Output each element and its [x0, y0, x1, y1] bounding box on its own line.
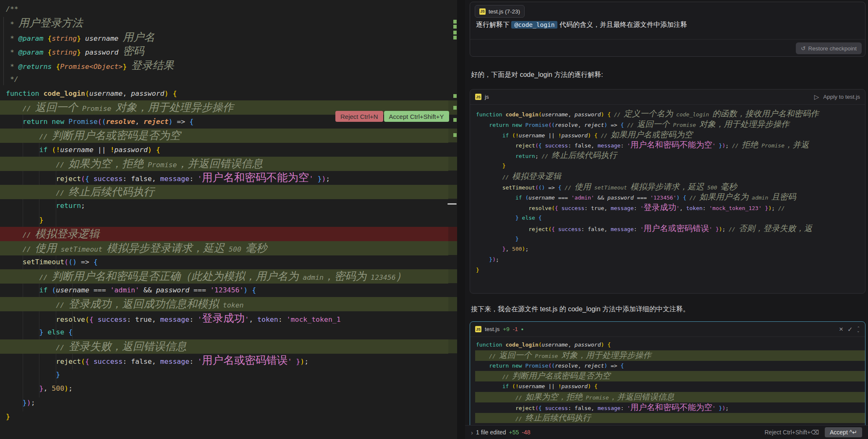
code-line: } [470, 265, 865, 276]
user-message-text: 逐行解释下 @code_login 代码的含义，并且最终在源文件中添加注释 [476, 21, 687, 29]
code-line: function code_login(username, password) … [0, 87, 448, 101]
code-line: resolve({ success: true, message: '登录成功'… [470, 202, 865, 213]
code-line: } else { [470, 213, 865, 223]
diff-marker [453, 133, 457, 137]
message-prefix: 逐行解释下 [476, 21, 511, 28]
js-file-icon: JS [479, 8, 486, 15]
code-line: }); [470, 255, 865, 265]
code-editor[interactable]: /** * 用户登录方法 * @param {string} username … [0, 0, 457, 439]
expand-files-chevron[interactable]: › [471, 429, 473, 436]
ruler-band [448, 227, 457, 241]
diff-marker [453, 106, 457, 110]
code-line: setTimeout(() => { // 使用 setTimeout 模拟异步… [470, 182, 865, 192]
expand-collapse-icon[interactable]: ⌃⌃ [857, 327, 860, 332]
code-line: function code_login(username, password) … [470, 109, 865, 119]
code-line: // 模拟登录逻辑 [470, 171, 865, 182]
code-line: reject({ success: false, message: '用户名和密… [470, 140, 865, 150]
ruler-band [448, 241, 457, 255]
code-line: return; // 终止后续代码执行 [470, 150, 865, 161]
restore-icon: ↺ [801, 45, 805, 52]
diff-block-body: function code_login(username, password) … [470, 337, 865, 439]
editor-lines: /** * 用户登录方法 * @param {string} username … [0, 2, 448, 439]
code-line: // 判断用户名或密码是否为空 [470, 371, 865, 381]
code-block-explanation: JS js ▷ Apply to test.js function code_l… [470, 89, 865, 294]
code-line: if (username === 'admin' && password ===… [470, 192, 865, 202]
code-line: // 如果为空，拒绝 Promise，并返回错误信息 [470, 392, 865, 402]
accept-diff-button[interactable]: Accept Ctrl+Shift+Y [384, 111, 449, 122]
code-line: */ [0, 72, 448, 87]
code-line: } [0, 410, 448, 424]
code-line: reject({ success: false, message: '用户名和密… [0, 171, 448, 185]
scrollbar-handle[interactable] [447, 203, 457, 205]
diff-marker [453, 94, 457, 98]
message-suffix: 代码的含义，并且最终在源文件中添加注释 [557, 21, 687, 28]
code-line: } [0, 368, 448, 382]
modified-dot: • [521, 326, 523, 333]
code-block-diff: JS test.js +9 -1 • × ✓ ⌃⌃ function code_… [470, 321, 865, 439]
ruler-band [448, 269, 457, 283]
diff-filename: test.js [485, 326, 499, 332]
code-line: * @param {string} password 密码 [0, 44, 448, 58]
files-edited-summary: 1 file edited [476, 429, 506, 436]
restore-checkpoint-button[interactable]: ↺ Restore checkpoint [796, 42, 862, 54]
code-line [0, 424, 448, 438]
code-line: // 判断用户名或密码是否为空 [0, 129, 448, 143]
code-line: if (!username || !password) { [470, 381, 865, 392]
code-line: // 模拟登录逻辑 [0, 227, 448, 241]
ruler-band [448, 185, 457, 199]
ruler-band [448, 339, 457, 353]
diff-marker [453, 36, 457, 39]
code-line: return new Promise((resolve, reject) => … [470, 361, 865, 371]
lang-label: js [485, 94, 489, 100]
accept-all-button[interactable]: Accept ^↵ [825, 427, 862, 437]
card-divider [470, 39, 865, 39]
code-line: return; [0, 199, 448, 213]
chat-panel: JS test.js (7-23) 逐行解释下 @code_login 代码的含… [465, 0, 868, 439]
diff-block-header: JS test.js +9 -1 • × ✓ ⌃⌃ [470, 322, 865, 337]
code-line: setTimeout(() => { [0, 255, 448, 269]
code-line: reject({ success: false, message: '用户名或密… [0, 353, 448, 368]
code-line: // 登录成功，返回成功信息和模拟 token [0, 297, 448, 311]
code-line: }, 500); [470, 244, 865, 255]
code-line: if (!username || !password) { [0, 143, 448, 157]
code-block-body: function code_login(username, password) … [470, 105, 865, 293]
composer-status-bar: › 1 file edited +55 -48 Reject Ctrl+Shif… [465, 425, 868, 439]
code-line: // 登录失败，返回错误信息 [0, 339, 448, 354]
code-line: } [0, 213, 448, 227]
code-line: } else { [0, 325, 448, 339]
code-line: // 终止后续代码执行 [0, 185, 448, 199]
reject-diff-button[interactable]: Reject Ctrl+N [335, 111, 383, 122]
code-line: } [470, 161, 865, 171]
code-line: // 终止后续代码执行 [470, 413, 865, 423]
overview-ruler[interactable] [448, 0, 457, 439]
code-line: reject({ success: false, message: '用户名和密… [470, 402, 865, 413]
added-count: +9 [503, 326, 509, 332]
code-line: * 用户登录方法 [0, 16, 448, 30]
accept-check-icon[interactable]: ✓ [847, 326, 853, 333]
code-block-header: JS js ▷ Apply to test.js [470, 89, 865, 105]
diff-marker [453, 118, 457, 122]
apply-icon: ▷ [814, 93, 819, 101]
code-line: * @param {string} username 用户名 [0, 30, 448, 45]
assistant-reply-text: 接下来，我会在源文件 test.js 的 code_login 方法中添加详细的… [471, 305, 690, 314]
ruler-band [448, 297, 457, 311]
diff-marker [453, 20, 457, 24]
js-file-icon: JS [475, 326, 481, 332]
total-removed: -48 [522, 429, 530, 436]
code-line: // 返回一个 Promise 对象，用于处理异步操作 [470, 350, 865, 361]
total-added: +55 [509, 429, 519, 436]
code-line: /** [0, 2, 448, 16]
code-line: resolve({ success: true, message: '登录成功'… [0, 311, 448, 326]
code-line: // 判断用户名和密码是否正确（此处为模拟，用户名为 admin，密码为 123… [0, 269, 448, 284]
file-context-chip[interactable]: JS test.js (7-23) [475, 5, 525, 18]
user-message-card: JS test.js (7-23) 逐行解释下 @code_login 代码的含… [470, 2, 865, 57]
apply-to-file-button[interactable]: Apply to test.js [823, 94, 860, 100]
code-line: reject({ success: false, message: '用户名或密… [470, 223, 865, 234]
reject-all-button[interactable]: Reject Ctrl+Shift+⌫ [764, 429, 819, 436]
code-line: function code_login(username, password) … [470, 340, 865, 350]
close-icon[interactable]: × [839, 325, 843, 334]
assistant-reply-text: 好的，下面是对 code_login 方法的逐行解释: [471, 71, 603, 79]
code-mention-chip[interactable]: @code_login [511, 21, 557, 29]
code-line: if (username === 'admin' && password ===… [0, 283, 448, 297]
diff-marker [453, 25, 457, 29]
